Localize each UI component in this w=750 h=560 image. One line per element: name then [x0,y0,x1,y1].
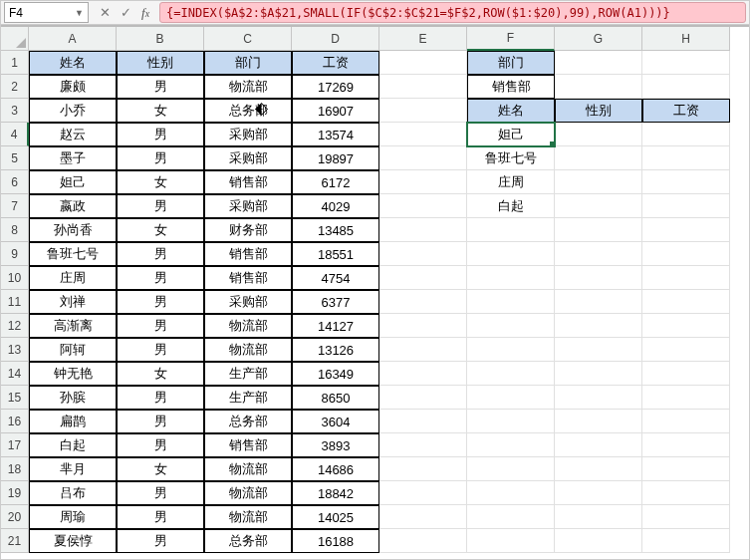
cell-B18[interactable]: 女 [117,457,204,481]
cell-G16[interactable] [555,410,642,433]
cell-D18[interactable]: 14686 [292,457,379,481]
cell-G11[interactable] [555,290,642,314]
cell-G21[interactable] [555,529,642,553]
cell-D13[interactable]: 13126 [292,338,379,362]
cell-B1[interactable]: 性别 [117,51,204,75]
col-header-B[interactable]: B [117,27,204,51]
cell-G10[interactable] [555,266,642,290]
cell-G3[interactable]: 性别 [555,99,642,123]
cell-F12[interactable] [467,314,555,338]
cell-E17[interactable] [379,433,467,457]
cell-C11[interactable]: 采购部 [204,290,292,314]
cell-F7[interactable]: 白起 [467,194,555,218]
row-header-7[interactable]: 7 [1,194,29,218]
cell-E10[interactable] [379,266,467,290]
cell-D14[interactable]: 16349 [292,362,379,386]
cell-B13[interactable]: 男 [117,338,204,362]
formula-input[interactable]: {=INDEX($A$2:$A$21,SMALL(IF($C$2:$C$21=$… [159,2,746,23]
cell-G13[interactable] [555,338,642,362]
cell-F2[interactable]: 销售部 [467,75,555,99]
cell-H1[interactable] [642,51,730,75]
cell-A4[interactable]: 赵云 [29,123,117,146]
cell-C13[interactable]: 物流部 [204,338,292,362]
cell-F10[interactable] [467,266,555,290]
cell-E3[interactable] [379,99,467,123]
name-box-dropdown-icon[interactable]: ▼ [75,8,84,18]
cell-G20[interactable] [555,505,642,529]
cell-B17[interactable]: 男 [117,433,204,457]
cell-E11[interactable] [379,290,467,314]
row-header-9[interactable]: 9 [1,242,29,266]
cell-A20[interactable]: 周瑜 [29,505,117,529]
cell-D3[interactable]: 16907 [292,99,379,123]
cell-B14[interactable]: 女 [117,362,204,386]
cell-C21[interactable]: 总务部 [204,529,292,553]
row-header-19[interactable]: 19 [1,481,29,505]
row-header-3[interactable]: 3 [1,99,29,123]
accept-icon[interactable]: ✓ [121,6,131,19]
cell-H14[interactable] [642,362,730,386]
row-header-8[interactable]: 8 [1,218,29,242]
cell-B5[interactable]: 男 [117,146,204,170]
cell-D8[interactable]: 13485 [292,218,379,242]
row-header-12[interactable]: 12 [1,314,29,338]
cell-E19[interactable] [379,481,467,505]
cell-C8[interactable]: 财务部 [204,218,292,242]
cell-G15[interactable] [555,386,642,410]
cell-B6[interactable]: 女 [117,170,204,194]
cell-F1[interactable]: 部门 [467,51,555,75]
cell-E2[interactable] [379,75,467,99]
cell-G19[interactable] [555,481,642,505]
cell-F18[interactable] [467,457,555,481]
cell-E15[interactable] [379,386,467,410]
cell-F20[interactable] [467,505,555,529]
name-box[interactable]: F4 ▼ [4,2,89,23]
cell-C2[interactable]: 物流部 [204,75,292,99]
cell-H8[interactable] [642,218,730,242]
cell-A3[interactable]: 小乔 [29,99,117,123]
select-all-corner[interactable] [1,27,29,51]
row-header-6[interactable]: 6 [1,170,29,194]
cell-A15[interactable]: 孙膑 [29,386,117,410]
cell-H20[interactable] [642,505,730,529]
cell-A1[interactable]: 姓名 [29,51,117,75]
cell-H18[interactable] [642,457,730,481]
row-header-11[interactable]: 11 [1,290,29,314]
cell-C20[interactable]: 物流部 [204,505,292,529]
row-header-15[interactable]: 15 [1,386,29,410]
cell-C5[interactable]: 采购部 [204,146,292,170]
cell-A10[interactable]: 庄周 [29,266,117,290]
cell-C19[interactable]: 物流部 [204,481,292,505]
cell-A6[interactable]: 妲己 [29,170,117,194]
cell-C7[interactable]: 采购部 [204,194,292,218]
cell-F17[interactable] [467,433,555,457]
cell-D19[interactable]: 18842 [292,481,379,505]
cell-G18[interactable] [555,457,642,481]
cell-C6[interactable]: 销售部 [204,170,292,194]
col-header-G[interactable]: G [555,27,642,51]
cell-G2[interactable] [555,75,642,99]
cell-H21[interactable] [642,529,730,553]
cell-H2[interactable] [642,75,730,99]
cell-D1[interactable]: 工资 [292,51,379,75]
cell-B4[interactable]: 男 [117,123,204,146]
worksheet-grid[interactable]: ABCDEFGH1姓名性别部门工资部门2廉颇男物流部17269销售部3小乔女总务… [1,25,749,553]
row-header-16[interactable]: 16 [1,410,29,433]
cell-E4[interactable] [379,123,467,146]
cell-C3[interactable]: 总务部 [204,99,292,123]
cell-H19[interactable] [642,481,730,505]
cell-E1[interactable] [379,51,467,75]
row-header-10[interactable]: 10 [1,266,29,290]
cell-F5[interactable]: 鲁班七号 [467,146,555,170]
cell-B12[interactable]: 男 [117,314,204,338]
cell-C17[interactable]: 销售部 [204,433,292,457]
cell-D17[interactable]: 3893 [292,433,379,457]
cell-H11[interactable] [642,290,730,314]
cell-G6[interactable] [555,170,642,194]
cell-D15[interactable]: 8650 [292,386,379,410]
cell-E8[interactable] [379,218,467,242]
cell-F19[interactable] [467,481,555,505]
col-header-H[interactable]: H [642,27,730,51]
cell-G17[interactable] [555,433,642,457]
col-header-E[interactable]: E [379,27,467,51]
